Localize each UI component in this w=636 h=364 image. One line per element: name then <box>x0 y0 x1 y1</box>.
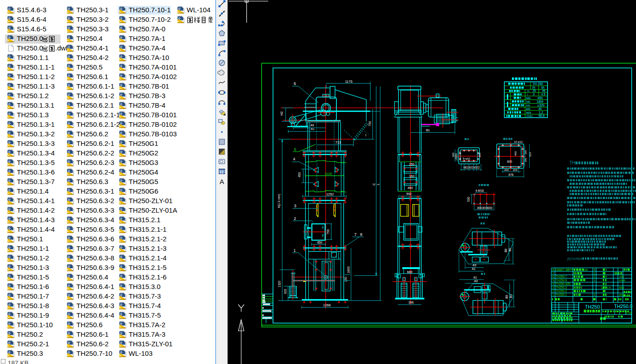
svg-text:TH250.3: TH250.3 <box>556 286 567 289</box>
svg-text:H2: H2 <box>280 111 283 115</box>
svg-text:750: 750 <box>368 121 371 127</box>
svg-text:9-φ12: 9-φ12 <box>463 157 471 160</box>
svg-text:6: 6 <box>552 275 554 278</box>
svg-text:B1: B1 <box>509 294 512 298</box>
svg-text:r/min: r/min <box>526 115 532 117</box>
svg-text:450: 450 <box>537 96 543 100</box>
svg-text:A1: A1 <box>472 267 476 270</box>
svg-text:48: 48 <box>542 89 546 92</box>
svg-text:5: 5 <box>552 279 554 282</box>
svg-text:A9: A9 <box>474 279 478 283</box>
svg-text:8: 8 <box>552 268 554 271</box>
svg-text:200: 200 <box>524 158 527 162</box>
svg-text:TH250.1: TH250.1 <box>556 293 567 296</box>
svg-text:zh: zh <box>532 86 536 89</box>
svg-text:B8: B8 <box>504 249 507 252</box>
svg-text:3: 3 <box>294 204 296 208</box>
svg-text:NN: NN <box>526 100 531 103</box>
svg-text:1120: 1120 <box>325 172 332 176</box>
svg-text:TH: TH <box>570 160 576 165</box>
svg-text:25: 25 <box>532 89 536 92</box>
svg-text:7: 7 <box>354 232 356 237</box>
svg-text:713: 713 <box>336 140 341 145</box>
svg-text:GB827-86: GB827-86 <box>556 268 569 271</box>
svg-text:525: 525 <box>529 152 531 157</box>
svg-text:A: A <box>220 178 224 185</box>
svg-text:A9: A9 <box>310 124 314 127</box>
svg-text:MN: MN <box>526 108 530 110</box>
svg-text:TH 250: TH 250 <box>533 82 543 85</box>
svg-text:450: 450 <box>317 241 322 244</box>
svg-text:B9: B9 <box>505 295 508 299</box>
svg-text:5: 5 <box>294 147 296 152</box>
svg-text:TH250.0: TH250.0 <box>614 304 632 309</box>
svg-text:48.8: 48.8 <box>538 114 545 117</box>
svg-text:B1: B1 <box>508 248 511 251</box>
svg-text:250: 250 <box>409 163 415 166</box>
svg-text:460: 460 <box>514 151 517 156</box>
svg-text:396: 396 <box>408 301 414 304</box>
svg-text:1266: 1266 <box>323 303 331 307</box>
svg-text:200: 200 <box>504 169 509 171</box>
svg-text:450: 450 <box>407 186 413 189</box>
svg-text:TH250.6: TH250.6 <box>556 279 567 282</box>
svg-text:1800: 1800 <box>347 266 350 274</box>
svg-text:530: 530 <box>467 197 470 202</box>
svg-text:A9: A9 <box>473 264 476 267</box>
svg-text:C: C <box>372 183 376 185</box>
svg-text:l: l <box>527 93 527 96</box>
svg-text:MM: MM <box>526 97 531 100</box>
svg-text:B1: B1 <box>426 129 430 132</box>
svg-text:m: m <box>527 90 530 92</box>
svg-text:TH250.2: TH250.2 <box>556 289 567 293</box>
svg-text:592: 592 <box>406 192 412 195</box>
svg-text:160: 160 <box>409 175 415 178</box>
svg-text:300300600: 300300600 <box>477 206 492 209</box>
svg-text:1: 1 <box>594 293 596 296</box>
svg-text:TH250.4(5): TH250.4(5) <box>556 282 571 286</box>
svg-text:6: 6 <box>294 81 296 86</box>
svg-text:H(J.X.mm): H(J.X.mm) <box>277 194 281 208</box>
svg-text:200: 200 <box>524 150 527 154</box>
svg-text:650: 650 <box>619 286 624 289</box>
svg-text:1252: 1252 <box>326 192 334 196</box>
svg-text:676: 676 <box>509 173 514 176</box>
svg-text:≥320: ≥320 <box>537 104 545 107</box>
svg-text:15855: 15855 <box>455 153 457 160</box>
svg-text:2: 2 <box>552 289 554 293</box>
svg-text:750: 750 <box>326 229 330 234</box>
svg-text:t: t <box>366 134 366 137</box>
svg-text:689: 689 <box>407 270 412 274</box>
svg-text:450: 450 <box>298 172 301 178</box>
svg-text:1.2: 1.2 <box>539 111 543 114</box>
svg-text:9815015022: 9815015022 <box>463 166 480 169</box>
svg-text:1: 1 <box>293 248 295 253</box>
svg-text:M/S: M/S <box>526 111 531 114</box>
svg-text:250: 250 <box>344 277 347 282</box>
svg-text:1: 1 <box>552 293 554 296</box>
svg-text:4: 4 <box>552 282 554 285</box>
svg-text:3: 3 <box>552 286 554 289</box>
svg-text:1: 1 <box>594 275 596 278</box>
svg-text:TH250.7: TH250.7 <box>556 275 567 278</box>
svg-text:KN: KN <box>526 104 530 107</box>
svg-text:8: 8 <box>360 232 362 237</box>
svg-text:3: 3 <box>533 93 535 96</box>
svg-text:7: 7 <box>552 272 554 275</box>
svg-text:1: 1 <box>594 272 596 275</box>
svg-text:1175: 1175 <box>345 80 352 84</box>
svg-text:40: 40 <box>538 107 542 110</box>
svg-text:1:15: 1:15 <box>626 311 632 314</box>
svg-text:sh: sh <box>541 86 545 89</box>
svg-text:4.5: 4.5 <box>541 93 545 96</box>
svg-text:4: 4 <box>594 268 596 271</box>
svg-text:Q235-A: Q235-A <box>601 286 611 289</box>
svg-text:(5)TH2504: (5)TH2504 <box>567 257 583 261</box>
svg-text:4-M16: 4-M16 <box>476 189 484 192</box>
svg-text:1804: 1804 <box>537 100 544 103</box>
svg-text:330: 330 <box>478 152 481 157</box>
svg-text:TH250: TH250 <box>585 304 600 309</box>
svg-text:3X8: 3X8 <box>583 269 588 271</box>
svg-text:L: L <box>376 183 380 185</box>
svg-text:12-φ12: 12-φ12 <box>514 140 523 143</box>
